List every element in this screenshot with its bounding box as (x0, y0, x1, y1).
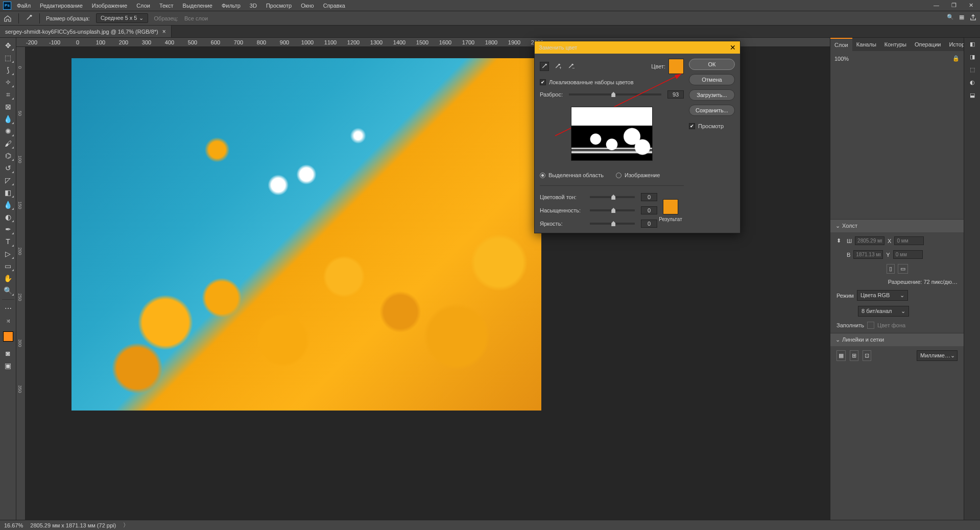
tab-paths[interactable]: Контуры (880, 38, 911, 51)
y-field[interactable] (893, 250, 923, 259)
menu-text[interactable]: Текст (156, 2, 177, 10)
ok-button[interactable]: ОК (689, 59, 735, 70)
eyedropper-set-icon[interactable] (540, 62, 549, 71)
lig-slider[interactable] (590, 223, 635, 225)
right-panel: Слои Каналы Контуры Операции История ≡ 1… (830, 38, 964, 520)
fuzziness-slider[interactable] (569, 93, 661, 95)
fuzziness-label: Разброс: (540, 91, 563, 98)
eyedropper-tool-icon[interactable]: 💧 (2, 113, 14, 125)
tab-channels[interactable]: Каналы (852, 38, 880, 51)
zoom-tool-icon[interactable]: 🔍 (2, 285, 14, 296)
zoom-level[interactable]: 16.67% (4, 522, 23, 528)
swap-colors-icon[interactable]: ⤭ (2, 315, 14, 326)
shape-tool-icon[interactable]: ▭ (2, 260, 14, 272)
screen-mode-icon[interactable]: ▣ (2, 360, 14, 371)
win-maximize-icon[interactable]: ❐ (948, 1, 960, 10)
sat-value[interactable]: 0 (641, 206, 657, 214)
color-panel-icon[interactable]: ◧ (970, 41, 975, 47)
eyedropper-sub-icon[interactable]: – (566, 62, 576, 71)
quick-mask-icon[interactable]: ◙ (2, 348, 14, 359)
properties-panel-icon[interactable]: ⬚ (970, 66, 975, 73)
height-field[interactable] (853, 250, 883, 259)
libraries-panel-icon[interactable]: ⬓ (970, 92, 975, 99)
tab-actions[interactable]: Операции (911, 38, 945, 51)
menu-help[interactable]: Справка (320, 2, 349, 10)
win-minimize-icon[interactable]: — (930, 1, 943, 10)
fuzziness-value[interactable]: 93 (667, 90, 684, 99)
unit-select[interactable]: Миллиме…⌄ (917, 350, 958, 361)
edit-toolbar-icon[interactable]: ⋯ (2, 303, 14, 314)
foreground-swatch[interactable] (3, 331, 13, 342)
rulers-section-header[interactable]: ⌄Линейки и сетки (830, 333, 964, 346)
cancel-button[interactable]: Отмена (689, 74, 735, 85)
menu-image[interactable]: Изображение (88, 2, 131, 10)
x-field[interactable] (894, 236, 924, 245)
eraser-tool-icon[interactable]: ◸ (2, 175, 14, 186)
brush-tool-icon[interactable]: 🖌 (2, 138, 14, 149)
menu-select[interactable]: Выделение (179, 2, 216, 10)
gradient-tool-icon[interactable]: ◧ (2, 187, 14, 198)
status-expand-icon[interactable]: 〉 (123, 521, 129, 529)
load-button[interactable]: Загрузить... (689, 89, 735, 101)
tab-layers[interactable]: Слои (830, 38, 852, 51)
move-tool-icon[interactable]: ✥ (2, 40, 14, 51)
hand-tool-icon[interactable]: ✋ (2, 273, 14, 284)
dialog-titlebar[interactable]: Заменить цвет ✕ (535, 41, 740, 54)
sample-size-select[interactable]: Среднее 5 x 5 ⌄ (96, 13, 148, 23)
landscape-icon[interactable]: ▭ (898, 264, 908, 274)
healing-brush-tool-icon[interactable]: ✺ (2, 126, 14, 137)
menu-filter[interactable]: Фильтр (218, 2, 244, 10)
document-tab[interactable]: sergey-shmidt-koy6FlCCy5s-unsplash.jpg @… (0, 26, 172, 37)
ruler-opt1-icon[interactable]: ▦ (836, 350, 846, 361)
marquee-tool-icon[interactable]: ⬚ (2, 52, 14, 63)
menu-layer[interactable]: Слои (133, 2, 154, 10)
result-color-swatch[interactable] (663, 199, 678, 214)
preview-checkbox[interactable]: Просмотр (689, 123, 735, 129)
hue-value[interactable]: 0 (641, 193, 657, 201)
menu-3d[interactable]: 3D (246, 2, 260, 10)
home-icon[interactable] (3, 14, 12, 23)
dodge-tool-icon[interactable]: ◐ (2, 211, 14, 223)
hue-slider[interactable] (590, 196, 635, 198)
ruler-opt3-icon[interactable]: ⊡ (863, 350, 871, 361)
lock-icon[interactable]: 🔒 (952, 55, 960, 62)
fill-swatch[interactable] (867, 322, 874, 329)
swatches-panel-icon[interactable]: ◨ (970, 54, 975, 60)
search-icon[interactable]: 🔍 (947, 14, 954, 22)
selection-radio[interactable]: Выделенная область (540, 172, 604, 178)
lig-value[interactable]: 0 (641, 220, 657, 228)
source-color-swatch[interactable] (668, 59, 684, 74)
share-icon[interactable] (969, 14, 977, 22)
dialog-close-icon[interactable]: ✕ (730, 43, 736, 52)
eyedropper-add-icon[interactable]: + (553, 62, 562, 71)
menu-file[interactable]: Файл (13, 2, 34, 10)
menu-view[interactable]: Просмотр (262, 2, 295, 10)
menu-window[interactable]: Окно (297, 2, 318, 10)
arrange-icon[interactable]: ▦ (959, 14, 964, 22)
width-field[interactable] (855, 236, 885, 245)
crop-tool-icon[interactable]: ⌗ (2, 89, 14, 100)
clone-stamp-tool-icon[interactable]: ⌬ (2, 150, 14, 161)
portrait-icon[interactable]: ▯ (887, 264, 895, 274)
color-mode-select[interactable]: Цвета RGB⌄ (857, 290, 908, 301)
eyedropper-icon[interactable] (25, 14, 33, 23)
menu-edit[interactable]: Редактирование (36, 2, 86, 10)
frame-tool-icon[interactable]: ⊠ (2, 101, 14, 112)
ruler-opt2-icon[interactable]: ⊞ (850, 350, 858, 361)
save-button[interactable]: Сохранить... (689, 105, 735, 116)
localized-checkbox[interactable] (540, 79, 546, 85)
blur-tool-icon[interactable]: 💧 (2, 199, 14, 210)
bit-depth-select[interactable]: 8 бит/канал⌄ (858, 306, 909, 317)
sat-slider[interactable] (590, 209, 635, 211)
win-close-icon[interactable]: ✕ (965, 1, 977, 10)
image-radio[interactable]: Изображение (616, 172, 660, 178)
adjustments-panel-icon[interactable]: ◐ (970, 79, 975, 86)
path-select-tool-icon[interactable]: ▷ (2, 248, 14, 259)
canvas-section-header[interactable]: ⌄Холст (830, 219, 964, 232)
lasso-tool-icon[interactable]: ⟆ (2, 64, 14, 76)
type-tool-icon[interactable]: T (2, 236, 14, 247)
history-brush-tool-icon[interactable]: ↺ (2, 162, 14, 174)
pen-tool-icon[interactable]: ✒ (2, 224, 14, 235)
tab-close-icon[interactable]: × (162, 28, 166, 35)
quick-select-tool-icon[interactable]: ✧ (2, 77, 14, 88)
